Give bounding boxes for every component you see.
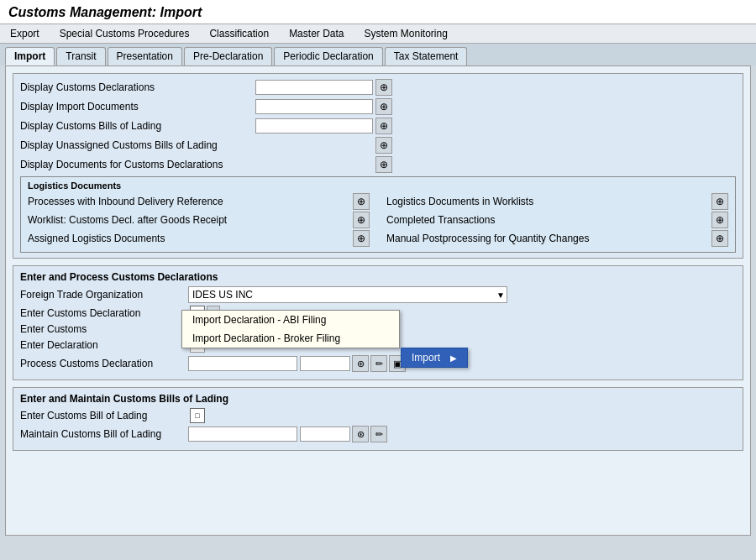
maintain-link-btn[interactable]: ⊛ bbox=[352, 426, 369, 442]
logistics-clock-3[interactable]: ⊕ bbox=[353, 230, 370, 247]
enter-bill-row: Enter Customs Bill of Lading □ bbox=[20, 408, 736, 423]
logistics-row-r3: Manual Postprocessing for Quantity Chang… bbox=[386, 230, 728, 247]
context-menu-item-2[interactable]: Import Declaration - Broker Filing bbox=[182, 329, 399, 348]
logistics-right-col: Logistics Documents in Worklists ⊕ Compl… bbox=[386, 193, 728, 249]
logistics-row-r1: Logistics Documents in Worklists ⊕ bbox=[386, 193, 728, 210]
logistics-title: Logistics Documents bbox=[28, 181, 728, 191]
logistics-grid: Processes with Inbound Delivery Referenc… bbox=[28, 193, 728, 249]
tab-presentation[interactable]: Presentation bbox=[108, 47, 182, 65]
display-import-input[interactable] bbox=[255, 99, 373, 114]
display-customs-label: Display Customs Declarations bbox=[20, 81, 255, 93]
tab-periodic[interactable]: Periodic Declaration bbox=[274, 47, 382, 65]
context-menu: Import Declaration - ABI Filing Import D… bbox=[181, 310, 400, 348]
display-import-clock[interactable]: ⊕ bbox=[375, 98, 392, 115]
process-customs-input[interactable] bbox=[188, 356, 297, 371]
submenu-arrow-icon: ▶ bbox=[450, 353, 457, 363]
logistics-clock-1[interactable]: ⊕ bbox=[353, 193, 370, 210]
maintain-bill-input[interactable] bbox=[188, 427, 297, 442]
display-bills-clock[interactable]: ⊕ bbox=[375, 118, 392, 134]
enter-bill-label: Enter Customs Bill of Lading bbox=[20, 410, 188, 421]
display-unassigned-label: Display Unassigned Customs Bills of Ladi… bbox=[20, 139, 255, 151]
process-customs-row: Process Customs Declaration ⊛ ✏ ▣ bbox=[20, 355, 736, 372]
submenu-item-import[interactable]: Import ▶ bbox=[402, 348, 467, 367]
tab-import[interactable]: Import bbox=[5, 47, 55, 65]
logistics-label-3: Assigned Logistics Documents bbox=[28, 233, 350, 244]
logistics-label-r3: Manual Postprocessing for Quantity Chang… bbox=[386, 233, 709, 244]
enter-process-section: Enter and Process Customs Declarations F… bbox=[13, 265, 743, 380]
page-title: Customs Management: Import bbox=[8, 5, 748, 20]
process-customs-small[interactable] bbox=[300, 356, 350, 371]
main-content: Display Customs Declarations ⊕ Display I… bbox=[5, 65, 751, 536]
title-bar: Customs Management: Import bbox=[0, 0, 756, 24]
org-label: Foreign Trade Organization bbox=[20, 289, 188, 301]
org-dropdown[interactable]: IDES US INC ▼ bbox=[188, 286, 507, 303]
process-customs-label: Process Customs Declaration bbox=[20, 358, 188, 369]
display-unassigned-clock[interactable]: ⊕ bbox=[375, 137, 392, 154]
display-customs-clock[interactable]: ⊕ bbox=[375, 79, 392, 96]
tab-bar: Import Transit Presentation Pre-Declarat… bbox=[0, 44, 756, 65]
bills-section: Enter and Maintain Customs Bills of Ladi… bbox=[13, 387, 743, 451]
enter-bill-doc-icon[interactable]: □ bbox=[190, 408, 205, 423]
enter-customs-decl-label: Enter Customs Declaration bbox=[20, 307, 188, 319]
submenu-popup: Import ▶ bbox=[401, 348, 468, 368]
logistics-label-r1: Logistics Documents in Worklists bbox=[386, 196, 709, 207]
enter-process-title: Enter and Process Customs Declarations bbox=[20, 271, 736, 283]
enter-declaration-label: Enter Declaration bbox=[20, 339, 188, 351]
display-row-3: Display Customs Bills of Lading ⊕ bbox=[20, 118, 736, 134]
logistics-clock-r2[interactable]: ⊕ bbox=[711, 212, 728, 228]
display-import-label: Display Import Documents bbox=[20, 101, 255, 113]
logistics-row-1: Processes with Inbound Delivery Referenc… bbox=[28, 193, 370, 210]
maintain-bill-row: Maintain Customs Bill of Lading ⊛ ✏ bbox=[20, 426, 736, 442]
logistics-clock-2[interactable]: ⊕ bbox=[353, 212, 370, 228]
process-edit-btn[interactable]: ✏ bbox=[370, 355, 387, 372]
display-bills-input[interactable] bbox=[255, 118, 373, 133]
menu-item-classification[interactable]: Classification bbox=[207, 27, 270, 40]
menu-item-special[interactable]: Special Customs Procedures bbox=[58, 27, 192, 40]
logistics-clock-r1[interactable]: ⊕ bbox=[711, 193, 728, 210]
enter-customs-label: Enter Customs bbox=[20, 323, 188, 335]
org-row: Foreign Trade Organization IDES US INC ▼ bbox=[20, 286, 736, 303]
menu-item-master[interactable]: Master Data bbox=[287, 27, 345, 40]
process-link-btn[interactable]: ⊛ bbox=[352, 355, 369, 372]
display-row-4: Display Unassigned Customs Bills of Ladi… bbox=[20, 137, 736, 154]
display-customs-input[interactable] bbox=[255, 80, 373, 95]
logistics-label-r2: Completed Transactions bbox=[386, 214, 709, 226]
display-section: Display Customs Declarations ⊕ Display I… bbox=[13, 73, 743, 259]
display-docs-label: Display Documents for Customs Declaratio… bbox=[20, 159, 255, 170]
dropdown-arrow-icon: ▼ bbox=[496, 290, 505, 300]
display-row-2: Display Import Documents ⊕ bbox=[20, 98, 736, 115]
maintain-bill-small[interactable] bbox=[300, 427, 350, 442]
menu-item-export[interactable]: Export bbox=[8, 27, 41, 40]
logistics-row-r2: Completed Transactions ⊕ bbox=[386, 212, 728, 228]
logistics-row-2: Worklist: Customs Decl. after Goods Rece… bbox=[28, 212, 370, 228]
logistics-section: Logistics Documents Processes with Inbou… bbox=[20, 176, 736, 253]
display-row-5: Display Documents for Customs Declaratio… bbox=[20, 156, 736, 173]
submenu-import-label: Import bbox=[412, 352, 440, 364]
tab-transit[interactable]: Transit bbox=[56, 47, 105, 65]
logistics-row-3: Assigned Logistics Documents ⊕ bbox=[28, 230, 370, 247]
maintain-edit-btn[interactable]: ✏ bbox=[370, 426, 387, 442]
menu-bar: Export Special Customs Procedures Classi… bbox=[0, 24, 756, 44]
tab-taxstatement[interactable]: Tax Statement bbox=[385, 47, 468, 65]
display-bills-label: Display Customs Bills of Lading bbox=[20, 120, 255, 132]
maintain-bill-label: Maintain Customs Bill of Lading bbox=[20, 428, 188, 440]
logistics-label-1: Processes with Inbound Delivery Referenc… bbox=[28, 196, 350, 207]
tab-predeclaration[interactable]: Pre-Declaration bbox=[184, 47, 272, 65]
bills-title: Enter and Maintain Customs Bills of Ladi… bbox=[20, 393, 736, 405]
display-docs-clock[interactable]: ⊕ bbox=[375, 156, 392, 173]
context-menu-item-1[interactable]: Import Declaration - ABI Filing bbox=[182, 311, 399, 329]
display-row-1: Display Customs Declarations ⊕ bbox=[20, 79, 736, 96]
logistics-left-col: Processes with Inbound Delivery Referenc… bbox=[28, 193, 370, 249]
org-value: IDES US INC bbox=[192, 289, 253, 301]
logistics-label-2: Worklist: Customs Decl. after Goods Rece… bbox=[28, 214, 350, 226]
logistics-clock-r3[interactable]: ⊕ bbox=[711, 230, 728, 247]
menu-item-system[interactable]: System Monitoring bbox=[362, 27, 449, 40]
